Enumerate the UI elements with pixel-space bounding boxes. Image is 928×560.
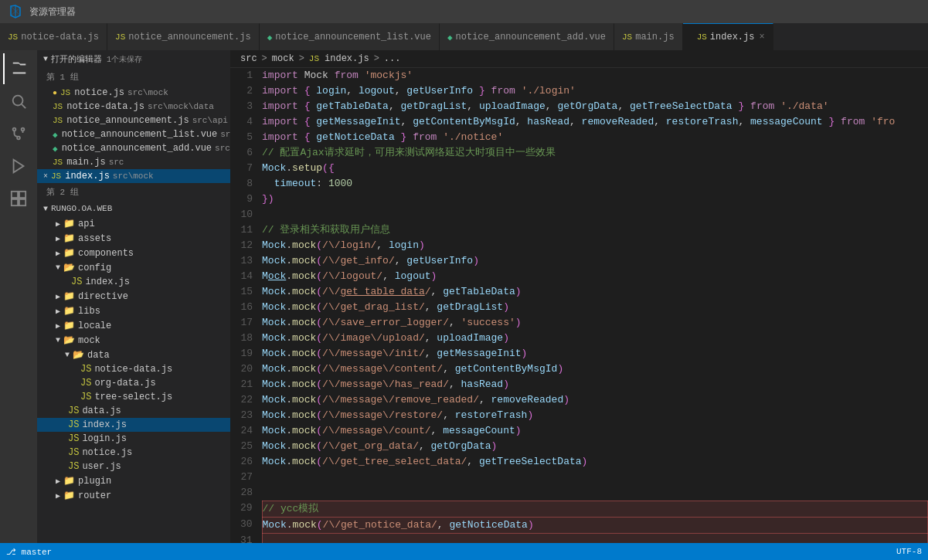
- line-number: 29: [230, 501, 262, 517]
- svg-rect-8: [12, 199, 18, 205]
- line-number: 15: [230, 284, 262, 300]
- group2-label: 第 2 组: [37, 183, 230, 201]
- code-content[interactable]: import { login, logout, getUserInfo } fr…: [262, 83, 927, 99]
- code-content[interactable]: Mock.mock(/\/get_drag_list/, getDragList…: [262, 300, 927, 315]
- code-content[interactable]: }): [262, 192, 927, 207]
- code-row-19: 19 Mock.mock(/\/message\/init/, getMessa…: [230, 346, 928, 361]
- js-icon: JS: [80, 378, 91, 389]
- code-row-21: 21 Mock.mock(/\/message\/has_read/, hasR…: [230, 377, 928, 392]
- tree-item-index-js[interactable]: JS index.js: [37, 418, 230, 432]
- close-icon[interactable]: ×: [43, 172, 48, 181]
- line-number: 31: [230, 533, 262, 543]
- code-content[interactable]: [262, 470, 927, 485]
- code-content[interactable]: import Mock from 'mockjs': [262, 68, 927, 83]
- tree-item-user-js[interactable]: JS user.js: [37, 460, 230, 473]
- tree-item-notice-data[interactable]: JS notice-data.js: [37, 362, 230, 376]
- code-content[interactable]: Mock.mock(/\/get_tree_select_data/, getT…: [262, 454, 927, 470]
- arrow-icon: ▶: [56, 307, 60, 316]
- code-content[interactable]: Mock.mock(/\/logout/, logout): [262, 269, 927, 284]
- tab-notice-announcement-add[interactable]: ◆ notice_announcement_add.vue: [440, 23, 614, 50]
- search-icon[interactable]: [3, 86, 34, 117]
- tree-item-notice-js[interactable]: JS notice.js: [37, 446, 230, 460]
- code-content[interactable]: Mock.mock(/\/message\/remove_readed/, re…: [262, 392, 927, 408]
- open-editors-toggle[interactable]: ▼ 打开的编辑器 1个未保存: [37, 50, 230, 68]
- line-number: 19: [230, 346, 262, 361]
- tree-item-config[interactable]: ▼ 📂 config: [37, 260, 230, 275]
- line-number: 26: [230, 454, 262, 470]
- code-row-25: 25 Mock.mock(/\/get_org_data/, getOrgDat…: [230, 439, 928, 454]
- code-content[interactable]: Mock.mock(/\/message\/has_read/, hasRead…: [262, 377, 927, 392]
- tab-notice-announcement[interactable]: JS notice_announcement.js: [107, 23, 260, 50]
- open-file-notice-add[interactable]: ◆ notice_announcement_add.vue src\notic.…: [37, 141, 230, 155]
- code-content[interactable]: // ycc模拟: [262, 501, 927, 517]
- vue-icon: ◆: [53, 144, 58, 154]
- open-file-notice-data[interactable]: JS notice-data.js src\mock\data: [37, 100, 230, 114]
- line-number: 23: [230, 408, 262, 423]
- tab-main[interactable]: JS main.js: [614, 23, 683, 50]
- tree-item-libs[interactable]: ▶ 📁 libs: [37, 304, 230, 318]
- code-content[interactable]: timeout: 1000: [262, 176, 927, 192]
- code-content[interactable]: // 登录相关和获取用户信息: [262, 222, 927, 238]
- line-number: 20: [230, 361, 262, 377]
- files-icon[interactable]: [3, 53, 34, 84]
- tree-item-data-folder[interactable]: ▼ 📂 data: [37, 348, 230, 362]
- code-content[interactable]: import { getMessageInit, getContentByMsg…: [262, 114, 927, 130]
- code-content[interactable]: Mock.mock(/\/message\/init/, getMessageI…: [262, 346, 927, 361]
- item-label: data.js: [82, 406, 121, 416]
- code-content[interactable]: Mock.mock(/\/message\/content/, getConte…: [262, 361, 927, 377]
- tab-close-button[interactable]: ×: [759, 32, 764, 42]
- code-content[interactable]: Mock.mock(/\/message\/count/, messageCou…: [262, 423, 927, 439]
- open-editors-section: ▼ 打开的编辑器 1个未保存 第 1 组 JS notice.js src\mo…: [37, 50, 230, 201]
- tree-item-assets[interactable]: ▶ 📁 assets: [37, 231, 230, 246]
- tree-item-org-data[interactable]: JS org-data.js: [37, 376, 230, 390]
- code-content[interactable]: Mock.mock(/\/image\/upload/, uploadImage…: [262, 331, 927, 346]
- extensions-icon[interactable]: [3, 183, 34, 214]
- open-file-notice-list[interactable]: ◆ notice_announcement_list.vue src\view\…: [37, 127, 230, 141]
- code-content[interactable]: Mock.mock(/\/get_info/, getUserInfo): [262, 253, 927, 269]
- tree-item-api[interactable]: ▶ 📁 api: [37, 216, 230, 231]
- tree-item-data-js[interactable]: JS data.js: [37, 404, 230, 418]
- code-content[interactable]: Mock.mock(/\/login/, login): [262, 238, 927, 253]
- code-content[interactable]: [262, 485, 927, 501]
- tree-item-config-index[interactable]: JS index.js: [37, 275, 230, 289]
- code-content[interactable]: Mock.mock(/\/get_org_data/, getOrgData): [262, 439, 927, 454]
- open-file-notice[interactable]: JS notice.js src\mock: [37, 86, 230, 100]
- tree-item-mock[interactable]: ▼ 📂 mock: [37, 333, 230, 348]
- filename: index.js: [65, 171, 110, 182]
- tab-notice-announcement-list[interactable]: ◆ notice_announcement_list.vue: [260, 23, 440, 50]
- code-row-7: 7 Mock.setup({: [230, 161, 928, 176]
- tab-notice-data[interactable]: JS notice-data.js: [0, 23, 107, 50]
- tree-item-login-js[interactable]: JS login.js: [37, 432, 230, 446]
- code-content[interactable]: Mock.mock(/\/save_error_logger/, 'succes…: [262, 315, 927, 331]
- code-content[interactable]: import { getTableData, getDragList, uplo…: [262, 99, 927, 114]
- item-label: user.js: [82, 461, 121, 472]
- code-content[interactable]: Mock.setup({: [262, 161, 927, 176]
- tree-item-router[interactable]: ▶ 📁 router: [37, 488, 230, 503]
- code-content[interactable]: [262, 207, 927, 222]
- open-file-notice-announcement[interactable]: JS notice_announcement.js src\api: [37, 114, 230, 127]
- code-content[interactable]: [262, 533, 927, 543]
- tree-item-components[interactable]: ▶ 📁 components: [37, 246, 230, 260]
- code-content[interactable]: import { getNoticeData } from './notice': [262, 130, 927, 145]
- open-file-main[interactable]: JS main.js src: [37, 155, 230, 169]
- arrow-icon: ▼: [65, 351, 70, 359]
- code-content[interactable]: Mock.mock(/\/get_notice_data/, getNotice…: [262, 517, 927, 533]
- code-content[interactable]: Mock.mock(/\/get_table_data/, getTableDa…: [262, 284, 927, 300]
- code-container[interactable]: 1 import Mock from 'mockjs' 2 import { l…: [230, 68, 928, 543]
- tree-item-locale[interactable]: ▶ 📁 locale: [37, 318, 230, 333]
- open-file-index[interactable]: × JS index.js src\mock: [37, 169, 230, 183]
- tree-item-plugin[interactable]: ▶ 📁 plugin: [37, 473, 230, 488]
- js-icon: JS: [53, 116, 63, 125]
- code-row-24: 24 Mock.mock(/\/message\/count/, message…: [230, 423, 928, 439]
- title-bar: 资源管理器: [0, 0, 928, 23]
- tree-item-directive[interactable]: ▶ 📁 directive: [37, 289, 230, 304]
- item-label: assets: [78, 233, 111, 244]
- tree-item-tree-select[interactable]: JS tree-select.js: [37, 390, 230, 404]
- source-control-icon[interactable]: [3, 118, 34, 149]
- code-content[interactable]: // 配置Ajax请求延时，可用来测试网络延迟大时项目中一些效果: [262, 145, 927, 161]
- explorer-root[interactable]: ▼ RUNGO.OA.WEB: [37, 201, 230, 216]
- code-row-6: 6 // 配置Ajax请求延时，可用来测试网络延迟大时项目中一些效果: [230, 145, 928, 161]
- code-content[interactable]: Mock.mock(/\/message\/restore/, restoreT…: [262, 408, 927, 423]
- debug-icon[interactable]: [3, 151, 34, 182]
- tab-index[interactable]: × JS index.js ×: [683, 23, 773, 50]
